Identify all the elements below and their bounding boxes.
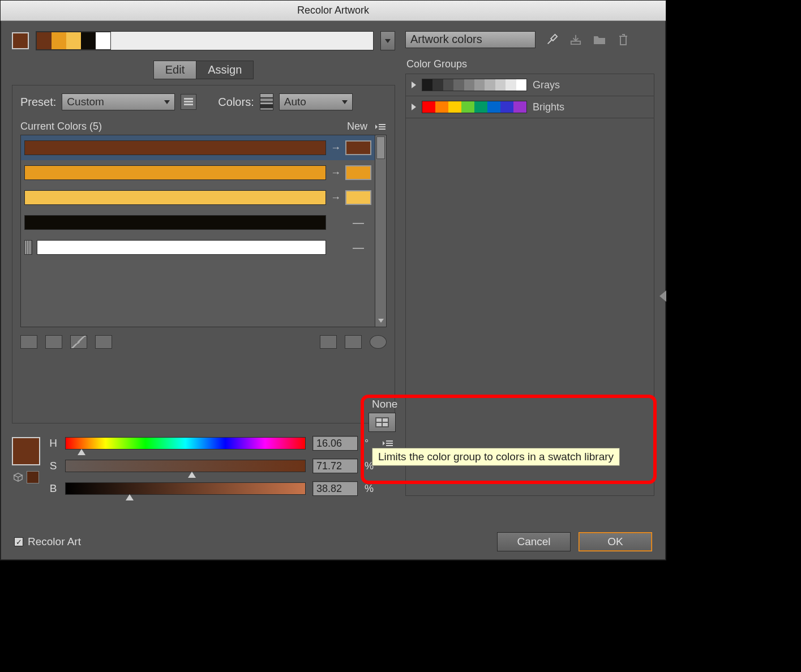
ok-button[interactable]: OK: [579, 532, 652, 551]
no-assign-icon: —: [345, 216, 371, 229]
trash-icon[interactable]: [616, 32, 631, 47]
reorder-colors-button[interactable]: [320, 335, 337, 349]
arrow-right-icon: →: [331, 192, 341, 204]
scrollbar[interactable]: [375, 135, 386, 327]
tab-edit[interactable]: Edit: [153, 61, 196, 79]
colors-select[interactable]: Auto: [279, 93, 353, 110]
folder-icon[interactable]: [592, 32, 607, 47]
saturation-slider[interactable]: [65, 460, 306, 472]
svg-rect-4: [379, 126, 385, 127]
split-swatch-button[interactable]: [45, 335, 62, 349]
svg-rect-0: [184, 98, 193, 100]
save-group-icon[interactable]: [568, 32, 583, 47]
preset-options-button[interactable]: [181, 94, 196, 110]
color-row[interactable]: →: [21, 185, 375, 210]
exclude-swatch-button[interactable]: [70, 335, 87, 349]
hue-slider[interactable]: [65, 437, 306, 450]
scroll-down-icon[interactable]: [375, 315, 386, 326]
find-color-button[interactable]: [370, 335, 387, 349]
brightness-slider[interactable]: [65, 482, 306, 495]
svg-rect-1: [184, 101, 193, 102]
chevron-down-icon: [260, 104, 273, 108]
disclosure-triangle-icon: [412, 104, 416, 110]
chevron-down-icon: [385, 39, 391, 43]
preset-select[interactable]: Custom: [62, 93, 175, 110]
recolor-art-label: Recolor Art: [28, 536, 81, 548]
color-group-name-select[interactable]: Artwork colors: [405, 31, 536, 48]
preset-label: Preset:: [20, 96, 56, 109]
randomize-colors-button[interactable]: [345, 335, 362, 349]
color-group-name: Brights: [533, 101, 564, 113]
current-color-chip[interactable]: [12, 437, 40, 465]
current-colors-list[interactable]: →→→——: [21, 135, 375, 327]
color-group-item[interactable]: Brights: [406, 96, 654, 118]
color-bar[interactable]: [24, 140, 326, 155]
checkbox-icon: ✓: [14, 537, 23, 546]
chevron-up-icon: [260, 97, 273, 99]
chevron-down-icon: [164, 100, 170, 104]
saturation-input[interactable]: [312, 459, 358, 473]
new-color-chip[interactable]: [345, 190, 371, 205]
cube-icon: [13, 472, 23, 482]
slider-knob[interactable]: [188, 472, 196, 478]
tab-assign[interactable]: Assign: [196, 61, 254, 79]
active-color-swatch[interactable]: [12, 32, 29, 49]
slider-knob[interactable]: [126, 494, 134, 500]
list-icon: [184, 98, 193, 106]
color-group-strip: [422, 79, 527, 91]
color-bar[interactable]: [24, 190, 326, 205]
chevron-down-icon: [342, 100, 348, 104]
current-colors-header: Current Colors (5): [20, 121, 102, 132]
preset-value: Custom: [67, 96, 104, 108]
annotation-highlight: [361, 395, 657, 484]
hue-input[interactable]: [312, 436, 358, 451]
svg-rect-3: [379, 124, 385, 125]
colors-label: Colors:: [218, 96, 254, 109]
no-assign-icon: —: [345, 241, 371, 254]
brightness-input[interactable]: [312, 481, 358, 496]
eyedropper-icon[interactable]: [545, 32, 559, 47]
new-color-chip[interactable]: [345, 165, 371, 180]
artwork-color-strip[interactable]: [36, 31, 374, 50]
color-row[interactable]: →: [21, 135, 375, 160]
window-title: Recolor Artwork: [1, 1, 666, 21]
flyout-menu-icon[interactable]: [374, 122, 387, 131]
panel-flyout-icon[interactable]: [659, 290, 666, 302]
color-bar[interactable]: [24, 165, 326, 180]
arrow-right-icon: →: [331, 142, 341, 154]
new-row-button[interactable]: [95, 335, 112, 349]
recolor-art-checkbox[interactable]: ✓ Recolor Art: [14, 536, 81, 548]
color-group-strip: [422, 101, 527, 113]
color-row[interactable]: —: [21, 235, 375, 260]
slider-knob[interactable]: [78, 449, 85, 455]
colors-value: Auto: [284, 96, 306, 108]
arrow-right-icon: →: [331, 167, 341, 179]
new-column-header: New: [347, 121, 367, 132]
grip-icon[interactable]: [24, 240, 32, 255]
brightness-label: B: [48, 482, 58, 495]
brightness-unit: %: [365, 483, 376, 495]
color-row[interactable]: —: [21, 210, 375, 235]
scrollbar-thumb[interactable]: [376, 136, 385, 159]
color-group-name: Grays: [533, 79, 560, 91]
color-groups-header: Color Groups: [406, 58, 654, 70]
svg-rect-5: [379, 129, 385, 130]
hue-label: H: [48, 437, 58, 450]
svg-rect-2: [184, 104, 193, 105]
color-bar[interactable]: [37, 240, 326, 255]
colors-stepper[interactable]: [260, 93, 273, 110]
out-of-gamut-chip[interactable]: [27, 471, 39, 483]
color-group-item[interactable]: Grays: [406, 74, 654, 96]
merge-swatch-button[interactable]: [20, 335, 37, 349]
color-bar[interactable]: [24, 215, 326, 230]
saturation-label: S: [48, 460, 58, 472]
color-strip-dropdown[interactable]: [380, 31, 395, 50]
new-color-chip[interactable]: [345, 140, 371, 155]
color-row[interactable]: →: [21, 160, 375, 185]
cancel-button[interactable]: Cancel: [497, 532, 571, 551]
disclosure-triangle-icon: [412, 82, 416, 88]
